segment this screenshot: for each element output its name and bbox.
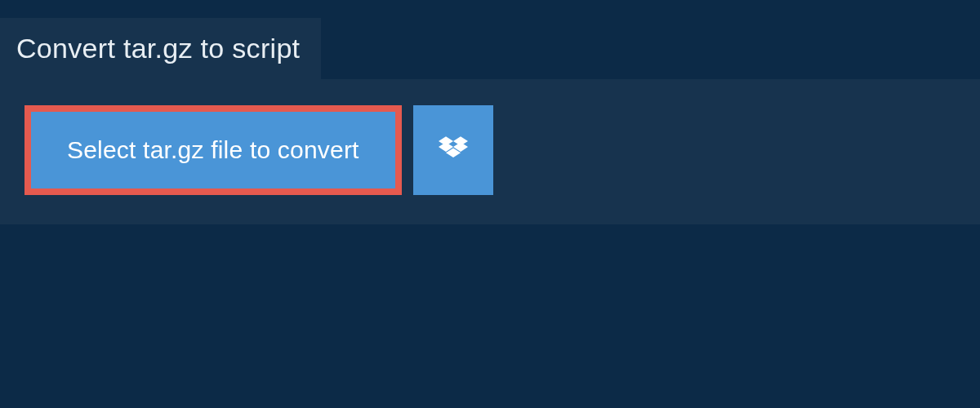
select-file-label: Select tar.gz file to convert <box>67 136 359 164</box>
upload-panel: Select tar.gz file to convert <box>0 79 980 224</box>
dropbox-icon <box>439 136 468 165</box>
dropbox-button[interactable] <box>413 105 493 195</box>
header-tab: Convert tar.gz to script <box>0 18 321 79</box>
page-title: Convert tar.gz to script <box>16 33 300 64</box>
button-row: Select tar.gz file to convert <box>24 105 956 195</box>
select-file-button[interactable]: Select tar.gz file to convert <box>24 105 402 195</box>
